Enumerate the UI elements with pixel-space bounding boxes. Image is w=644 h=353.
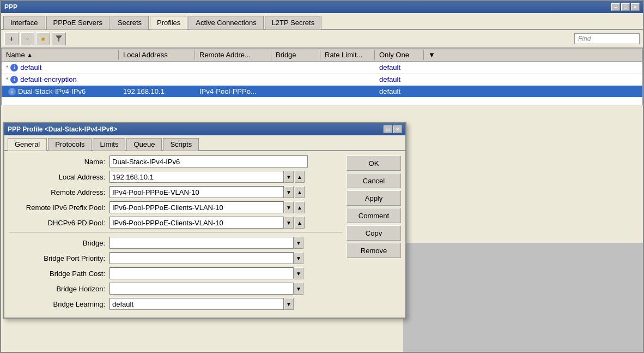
cell-name: * i default [2,63,119,72]
form-row-remote-ipv6: Remote IPv6 Prefix Pool: ▼ ▲ [9,201,342,213]
bridge-learning-label: Bridge Learning: [9,300,110,308]
filter-button[interactable] [52,32,66,45]
dialog-tab-limits[interactable]: Limits [93,138,125,151]
cell-bridge [271,67,320,68]
bridge-port-priority-dropdown-btn[interactable]: ▼ [294,252,303,264]
col-header-name[interactable]: Name ▲ [2,50,119,60]
bridge-label: Bridge: [9,239,110,247]
dhcpv6-dropdown-btn[interactable]: ▼ [284,217,294,229]
ok-button[interactable]: OK [347,155,401,171]
bridge-path-cost-label: Bridge Path Cost: [9,270,110,278]
remote-address-input[interactable] [110,186,284,198]
cell-rate [320,67,375,68]
edit-icon: ■ [41,35,45,42]
remove-button[interactable]: Remove [347,243,401,258]
dialog-close-button[interactable]: ✕ [393,125,402,133]
cell-remote [195,79,271,80]
col-header-remote[interactable]: Remote Addre... [195,50,271,60]
bridge-port-priority-input[interactable] [110,252,294,264]
name-input[interactable] [110,155,308,167]
add-button[interactable]: + [4,32,19,45]
bridge-input[interactable] [110,237,294,249]
close-button[interactable]: ✕ [631,3,640,11]
cell-remote: IPv4-Pool-PPPo... [195,87,271,96]
bridge-port-priority-group: ▼ [110,252,303,264]
table-row[interactable]: * i default-encryption default [2,74,642,86]
table-row[interactable]: * i default default [2,62,642,74]
dhcpv6-input[interactable] [110,217,284,229]
dialog-title-text: PPP Profile <Dual-Stack-IPv4-IPv6> [8,125,117,133]
dialog-tab-general[interactable]: General [8,138,47,151]
remote-address-dropdown-btn[interactable]: ▼ [284,186,294,198]
col-header-only[interactable]: Only One [375,50,424,60]
local-address-dropdown-btn[interactable]: ▼ [284,171,294,183]
bridge-learning-dropdown-btn[interactable]: ▼ [284,298,294,310]
remote-ipv6-up-btn[interactable]: ▲ [295,201,305,213]
toolbar: + − ■ Find [1,30,643,48]
remove-icon: − [25,34,29,43]
local-address-input[interactable] [110,171,284,183]
bridge-dropdown-btn[interactable]: ▼ [294,237,303,249]
tab-profiles[interactable]: Profiles [150,16,187,29]
cell-name: * i default-encryption [2,75,119,84]
find-input[interactable]: Find [574,33,640,44]
cell-remote [195,67,271,68]
apply-button[interactable]: Apply [347,190,401,206]
form-row-bridge: Bridge: ▼ [9,237,342,249]
cancel-button[interactable]: Cancel [347,173,401,188]
title-bar-controls: ─ □ ✕ [611,3,640,11]
tab-active-connections[interactable]: Active Connections [189,16,263,29]
cell-rate [320,91,375,92]
dialog-tabs: General Protocols Limits Queue Scripts [4,135,405,151]
remote-ipv6-label: Remote IPv6 Prefix Pool: [9,204,110,212]
cell-local [119,79,195,80]
svg-marker-0 [56,35,62,41]
tab-interface[interactable]: Interface [3,16,45,29]
remote-address-up-btn[interactable]: ▲ [295,186,305,198]
bridge-port-priority-label: Bridge Port Priority: [9,254,110,262]
comment-button[interactable]: Comment [347,208,401,223]
cell-local [119,67,195,68]
remote-address-label: Remote Address: [9,188,110,196]
minimize-button[interactable]: ─ [611,3,620,11]
bridge-path-cost-input[interactable] [110,267,294,279]
bridge-horizon-dropdown-btn[interactable]: ▼ [294,283,303,295]
remote-address-group: ▼ ▲ [110,186,305,198]
bridge-horizon-group: ▼ [110,283,303,295]
remove-button[interactable]: − [20,32,34,45]
copy-button[interactable]: Copy [347,225,401,241]
tab-secrets[interactable]: Secrets [111,16,149,29]
edit-button[interactable]: ■ [36,32,50,45]
bridge-path-cost-dropdown-btn[interactable]: ▼ [294,267,303,279]
name-label: Name: [9,158,110,166]
col-header-rate[interactable]: Rate Limit... [320,50,375,60]
remote-ipv6-input[interactable] [110,201,284,213]
dialog-title-controls: □ ✕ [384,125,402,133]
filter-icon [55,34,63,44]
tab-l2tp-secrets[interactable]: L2TP Secrets [265,16,322,29]
cell-only: default [375,75,424,84]
row-icon: i [10,64,18,71]
form-row-local-address: Local Address: ▼ ▲ [9,171,342,183]
dialog-minimize-button[interactable]: □ [384,125,392,133]
dialog-title-bar: PPP Profile <Dual-Stack-IPv4-IPv6> □ ✕ [4,123,405,135]
form-area: Name: Local Address: ▼ ▲ Remote Address: [9,155,342,313]
bridge-learning-input[interactable] [110,298,284,310]
restore-button[interactable]: □ [621,3,630,11]
form-row-dhcpv6: DHCPv6 PD Pool: ▼ ▲ [9,217,342,229]
col-header-local[interactable]: Local Address [119,50,195,60]
dialog-tab-queue[interactable]: Queue [126,138,162,151]
dialog-tab-scripts[interactable]: Scripts [163,138,199,151]
remote-ipv6-dropdown-btn[interactable]: ▼ [284,201,294,213]
dialog-tab-protocols[interactable]: Protocols [48,138,92,151]
col-header-extra: ▼ [424,50,642,60]
col-header-bridge[interactable]: Bridge [271,50,320,60]
form-row-bridge-horizon: Bridge Horizon: ▼ [9,283,342,295]
form-divider [9,232,342,232]
title-bar: PPP ─ □ ✕ [1,1,643,13]
dhcpv6-up-btn[interactable]: ▲ [295,217,305,229]
table-row[interactable]: i Dual-Stack-IPv4-IPv6 192.168.10.1 IPv4… [2,86,642,98]
local-address-up-btn[interactable]: ▲ [295,171,305,183]
tab-pppoe-servers[interactable]: PPPoE Servers [46,16,110,29]
bridge-horizon-input[interactable] [110,283,294,295]
